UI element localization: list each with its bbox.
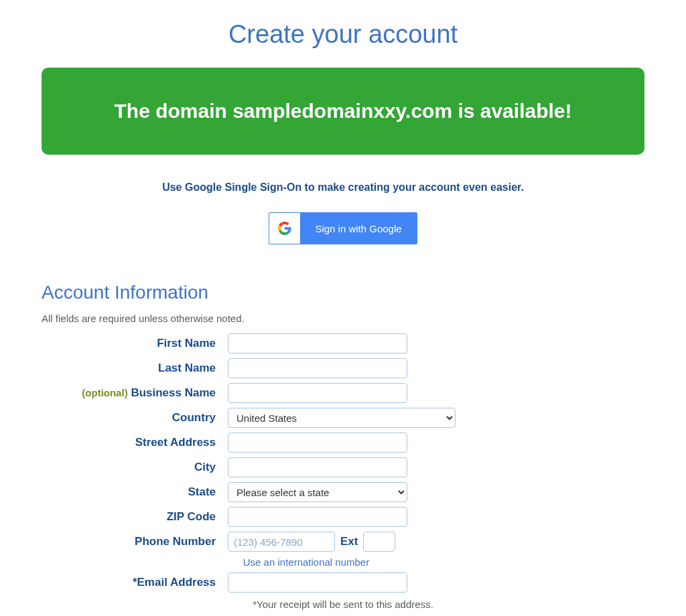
state-label: State xyxy=(42,485,216,499)
email-label: *Email Address xyxy=(42,576,216,589)
business-name-label: (optional) Business Name xyxy=(42,386,216,400)
sso-prompt: Use Google Single Sign-On to make creati… xyxy=(42,181,644,194)
phone-ext-label: Ext xyxy=(340,535,358,548)
state-select[interactable]: Please select a state xyxy=(228,482,407,502)
phone-label: Phone Number xyxy=(42,535,216,548)
country-select[interactable]: United States xyxy=(228,408,456,428)
country-label: Country xyxy=(42,411,216,425)
last-name-input[interactable] xyxy=(228,358,407,378)
phone-input[interactable] xyxy=(228,532,335,552)
street-address-input[interactable] xyxy=(228,433,407,453)
street-address-label: Street Address xyxy=(42,436,216,449)
city-input[interactable] xyxy=(228,457,407,477)
business-name-input[interactable] xyxy=(228,383,407,403)
google-signin-button[interactable]: Sign in with Google xyxy=(269,212,417,244)
optional-tag: (optional) xyxy=(82,387,127,398)
international-number-link[interactable]: Use an international number xyxy=(243,556,369,568)
first-name-label: First Name xyxy=(42,337,216,350)
page-title: Create your account xyxy=(42,20,644,49)
city-label: City xyxy=(42,461,216,474)
zip-label: ZIP Code xyxy=(42,510,216,524)
email-receipt-note: *Your receipt will be sent to this addre… xyxy=(42,599,644,610)
google-logo-icon xyxy=(269,213,300,244)
section-title-account-info: Account Information xyxy=(42,282,644,303)
first-name-input[interactable] xyxy=(228,333,407,354)
zip-input[interactable] xyxy=(228,507,407,527)
availability-banner: The domain sampledomainxxy.com is availa… xyxy=(42,68,644,155)
email-input[interactable] xyxy=(228,572,407,593)
last-name-label: Last Name xyxy=(42,362,216,375)
google-signin-label: Sign in with Google xyxy=(300,213,416,244)
required-fields-note: All fields are required unless otherwise… xyxy=(42,313,644,324)
phone-ext-input[interactable] xyxy=(363,532,395,552)
